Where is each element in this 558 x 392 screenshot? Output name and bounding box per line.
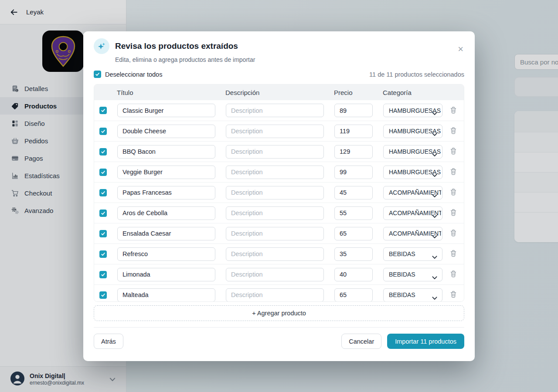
price-input[interactable] bbox=[334, 104, 373, 117]
review-products-modal: Revisa los productos extraídos Edita, el… bbox=[83, 31, 475, 361]
chevron-down-icon bbox=[432, 212, 437, 220]
description-input[interactable] bbox=[226, 186, 324, 199]
category-select[interactable]: BEBIDAS bbox=[383, 288, 442, 302]
chevron-down-icon bbox=[432, 109, 437, 117]
row-checkbox[interactable] bbox=[99, 291, 107, 299]
price-input[interactable] bbox=[334, 125, 373, 138]
chevron-down-icon bbox=[432, 253, 437, 261]
column-descripcion: Descripción bbox=[225, 89, 334, 96]
modal-title: Revisa los productos extraídos bbox=[115, 38, 255, 54]
delete-row-button[interactable] bbox=[449, 228, 458, 239]
chevron-down-icon bbox=[432, 274, 437, 281]
delete-row-button[interactable] bbox=[449, 126, 458, 136]
row-checkbox[interactable] bbox=[99, 128, 107, 135]
description-input[interactable] bbox=[226, 247, 324, 261]
delete-row-button[interactable] bbox=[449, 269, 458, 280]
price-input[interactable] bbox=[334, 268, 373, 281]
title-input[interactable] bbox=[117, 104, 215, 117]
column-precio: Precio bbox=[334, 89, 383, 96]
import-button[interactable]: Importar 11 productos bbox=[387, 334, 464, 349]
column-categoria: Categoría bbox=[383, 89, 412, 96]
row-checkbox[interactable] bbox=[99, 169, 107, 176]
trash-icon bbox=[450, 270, 457, 279]
title-input[interactable] bbox=[117, 247, 215, 261]
delete-row-button[interactable] bbox=[449, 146, 458, 157]
description-input[interactable] bbox=[226, 206, 324, 220]
row-checkbox[interactable] bbox=[99, 250, 107, 258]
product-row: ACOMPAÑAMIENTOS bbox=[94, 223, 464, 243]
product-row: BEBIDAS bbox=[94, 243, 464, 264]
category-select[interactable]: BEBIDAS bbox=[383, 247, 442, 261]
description-input[interactable] bbox=[226, 288, 324, 302]
title-input[interactable] bbox=[117, 145, 215, 159]
chevron-down-icon bbox=[432, 130, 437, 138]
category-select[interactable]: HAMBURGUESAS bbox=[383, 166, 442, 179]
delete-row-button[interactable] bbox=[449, 290, 458, 300]
title-input[interactable] bbox=[117, 166, 215, 179]
description-input[interactable] bbox=[226, 268, 324, 281]
price-input[interactable] bbox=[334, 227, 373, 240]
trash-icon bbox=[450, 291, 457, 299]
product-row: HAMBURGUESAS bbox=[94, 100, 464, 121]
product-row: HAMBURGUESAS bbox=[94, 141, 464, 162]
delete-row-button[interactable] bbox=[449, 208, 458, 218]
description-input[interactable] bbox=[226, 104, 324, 117]
trash-icon bbox=[450, 188, 457, 197]
product-row: HAMBURGUESAS bbox=[94, 162, 464, 182]
deselect-all-checkbox[interactable]: Deseleccionar todos bbox=[94, 71, 162, 78]
description-input[interactable] bbox=[226, 125, 324, 138]
title-input[interactable] bbox=[117, 186, 215, 199]
category-select[interactable]: HAMBURGUESAS bbox=[383, 125, 442, 138]
title-input[interactable] bbox=[117, 125, 215, 138]
trash-icon bbox=[450, 250, 457, 258]
description-input[interactable] bbox=[226, 145, 324, 159]
description-input[interactable] bbox=[226, 227, 324, 240]
product-row: HAMBURGUESAS bbox=[94, 121, 464, 141]
deselect-all-label: Deseleccionar todos bbox=[105, 71, 162, 78]
category-select[interactable]: ACOMPAÑAMIENTOS bbox=[383, 227, 442, 240]
chevron-down-icon bbox=[432, 171, 437, 179]
trash-icon bbox=[450, 229, 457, 238]
price-input[interactable] bbox=[334, 288, 373, 302]
row-checkbox[interactable] bbox=[99, 148, 107, 155]
delete-row-button[interactable] bbox=[449, 167, 458, 177]
row-checkbox[interactable] bbox=[99, 271, 107, 278]
row-checkbox[interactable] bbox=[99, 210, 107, 217]
title-input[interactable] bbox=[117, 288, 215, 302]
trash-icon bbox=[450, 209, 457, 217]
category-select[interactable]: ACOMPAÑAMIENTOS bbox=[383, 186, 442, 199]
column-titulo: Título bbox=[117, 89, 225, 96]
category-select[interactable]: HAMBURGUESAS bbox=[383, 145, 442, 159]
price-input[interactable] bbox=[334, 166, 373, 179]
title-input[interactable] bbox=[117, 268, 215, 281]
title-input[interactable] bbox=[117, 227, 215, 240]
product-row: ACOMPAÑAMIENTOS bbox=[94, 182, 464, 203]
cancel-button[interactable]: Cancelar bbox=[341, 334, 381, 349]
back-button[interactable]: Atrás bbox=[94, 334, 123, 349]
trash-icon bbox=[450, 168, 457, 176]
chevron-down-icon bbox=[432, 233, 437, 240]
add-product-button[interactable]: + Agregar producto bbox=[94, 305, 464, 321]
category-select[interactable]: HAMBURGUESAS bbox=[383, 104, 442, 117]
selection-count: 11 de 11 productos seleccionados bbox=[369, 71, 464, 78]
price-input[interactable] bbox=[334, 247, 373, 261]
price-input[interactable] bbox=[334, 145, 373, 159]
category-select[interactable]: ACOMPAÑAMIENTOS bbox=[383, 206, 442, 220]
description-input[interactable] bbox=[226, 166, 324, 179]
close-icon[interactable]: × bbox=[458, 44, 463, 54]
delete-row-button[interactable] bbox=[449, 249, 458, 259]
price-input[interactable] bbox=[334, 206, 373, 220]
sparkles-icon bbox=[94, 38, 109, 54]
delete-row-button[interactable] bbox=[449, 105, 458, 116]
delete-row-button[interactable] bbox=[449, 187, 458, 198]
category-select[interactable]: BEBIDAS bbox=[383, 268, 442, 281]
price-input[interactable] bbox=[334, 186, 373, 199]
trash-icon bbox=[450, 147, 457, 156]
row-checkbox[interactable] bbox=[99, 189, 107, 196]
modal-subtitle: Edita, elimina o agrega productos antes … bbox=[115, 56, 255, 63]
row-checkbox[interactable] bbox=[99, 230, 107, 237]
row-checkbox[interactable] bbox=[99, 107, 107, 114]
product-row: ACOMPAÑAMIENTOS bbox=[94, 203, 464, 223]
table-header: Título Descripción Precio Categoría bbox=[94, 84, 464, 100]
title-input[interactable] bbox=[117, 206, 215, 220]
